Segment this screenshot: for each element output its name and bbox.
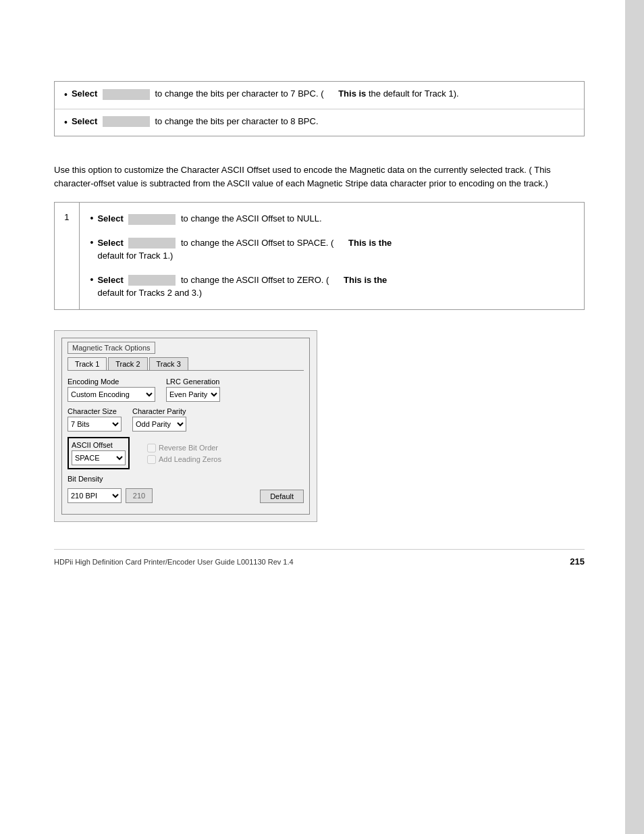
- page-number: 215: [570, 556, 585, 567]
- description-text: Use this option to customize the Charact…: [54, 163, 585, 190]
- character-parity-select[interactable]: Odd Parity: [132, 417, 186, 432]
- character-size-field: Character Size 7 Bits: [68, 407, 122, 432]
- top-section-table: • Select to change the bits per characte…: [54, 81, 585, 136]
- encoding-mode-field: Encoding Mode Custom Encoding: [68, 377, 155, 402]
- tab-track3[interactable]: Track 3: [149, 357, 188, 370]
- add-leading-zeros-checkbox[interactable]: [147, 455, 156, 464]
- character-size-select[interactable]: 7 Bits: [68, 417, 122, 432]
- bit-density-label: Bit Density: [68, 475, 153, 483]
- row-number: 1: [55, 203, 79, 309]
- lrc-generation-select[interactable]: Even Parity: [166, 387, 220, 402]
- footer-left-text: HDPii High Definition Card Printer/Encod…: [54, 558, 294, 566]
- add-leading-zeros-label: Add Leading Zeros: [159, 455, 221, 463]
- reverse-bit-order-item: Reverse Bit Order: [147, 444, 221, 452]
- lrc-generation-field: LRC Generation Even Parity: [166, 377, 220, 402]
- encoding-mode-label: Encoding Mode: [68, 377, 155, 386]
- checkbox-group: Reverse Bit Order Add Leading Zeros: [147, 444, 221, 464]
- character-parity-label: Character Parity: [132, 407, 186, 415]
- bit-density-number[interactable]: [126, 488, 153, 503]
- bullet-item-null: • Select to change the ASCII Offset to N…: [90, 212, 574, 226]
- dialog-tabs[interactable]: Track 1 Track 2 Track 3: [68, 357, 304, 371]
- bullet-dot-2: •: [90, 236, 94, 250]
- bullet-dot-3: •: [90, 273, 94, 287]
- footer: HDPii High Definition Card Printer/Encod…: [54, 549, 585, 567]
- top-row-1-text: Select to change the bits per character …: [72, 88, 459, 100]
- zero-text: Select to change the ASCII Offset to ZER…: [97, 273, 387, 300]
- main-table-content: • Select to change the ASCII Offset to N…: [79, 203, 584, 309]
- encoding-mode-select[interactable]: Custom Encoding: [68, 387, 155, 402]
- dialog-row-4: Bit Density 210 BPI Default: [68, 475, 304, 503]
- ascii-offset-label: ASCII Offset: [72, 441, 126, 449]
- bit-density-controls: 210 BPI: [68, 488, 153, 503]
- dialog-row-2: Character Size 7 Bits Character Parity O…: [68, 407, 304, 432]
- ascii-offset-box: ASCII Offset SPACE: [68, 437, 130, 469]
- bullet-2: •: [64, 116, 68, 130]
- top-row-2-text: Select to change the bits per character …: [72, 116, 319, 128]
- main-table: 1 • Select to change the ASCII Offset to…: [54, 202, 585, 310]
- character-parity-field: Character Parity Odd Parity: [132, 407, 186, 432]
- dialog-screenshot: Magnetic Track Options Track 1 Track 2 T…: [54, 330, 317, 522]
- reverse-bit-order-checkbox[interactable]: [147, 444, 156, 452]
- bullet-dot-1: •: [90, 212, 94, 226]
- dialog-row-1: Encoding Mode Custom Encoding LRC Genera…: [68, 377, 304, 402]
- add-leading-zeros-item: Add Leading Zeros: [147, 455, 221, 464]
- bullet-item-space: • Select to change the ASCII Offset to S…: [90, 236, 574, 263]
- bullet-item-zero: • Select to change the ASCII Offset to Z…: [90, 273, 574, 300]
- bullet-1: •: [64, 88, 68, 102]
- bit-density-field: Bit Density 210 BPI: [68, 475, 153, 503]
- tab-track2[interactable]: Track 2: [108, 357, 147, 370]
- tab-track1[interactable]: Track 1: [68, 357, 107, 370]
- default-button[interactable]: Default: [260, 490, 304, 503]
- dialog-row-3: ASCII Offset SPACE Reverse Bit Order Add…: [68, 437, 304, 469]
- dialog-group-label: Magnetic Track Options: [68, 344, 304, 352]
- null-text: Select to change the ASCII Offset to NUL…: [97, 212, 321, 226]
- lrc-generation-label: LRC Generation: [166, 377, 220, 386]
- reverse-bit-order-label: Reverse Bit Order: [159, 444, 218, 452]
- character-size-label: Character Size: [68, 407, 122, 415]
- right-sidebar: [625, 0, 644, 834]
- space-text: Select to change the ASCII Offset to SPA…: [97, 236, 392, 263]
- bit-density-select[interactable]: 210 BPI: [68, 488, 122, 503]
- ascii-offset-select[interactable]: SPACE: [72, 450, 126, 465]
